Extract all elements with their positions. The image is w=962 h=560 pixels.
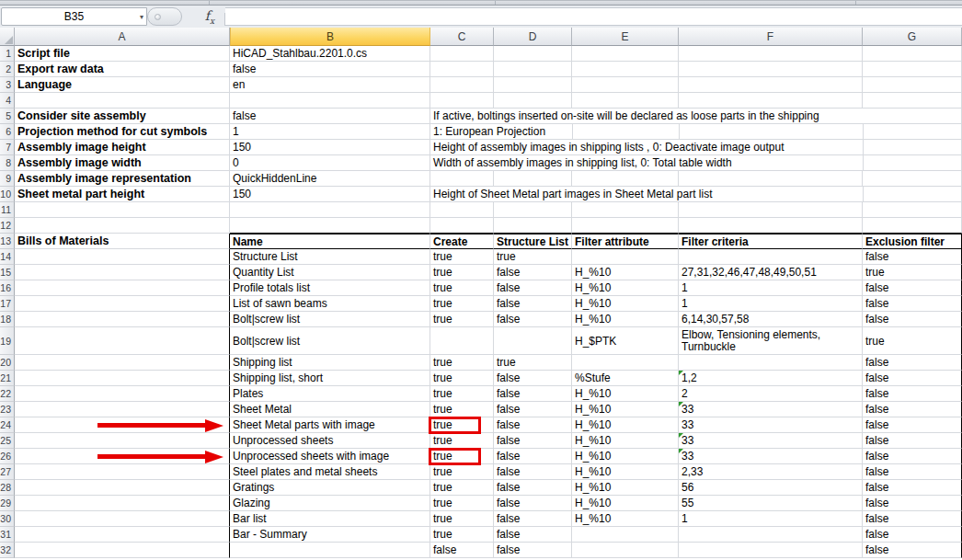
bom-header-exclusion_filter[interactable]: Exclusion filter [863,234,962,249]
cell-F31[interactable] [679,527,863,543]
row-header-3[interactable]: 3 [0,77,15,93]
cell-E23[interactable]: H_%10 [572,402,679,417]
cell-G30[interactable]: false [863,511,962,527]
cell-E20[interactable] [572,355,679,371]
cell-F19[interactable]: Elbow, Tensioning elements, Turnbuckle [679,327,863,355]
cell-B17[interactable]: List of sawn beams [230,296,430,312]
cell-E32[interactable] [572,543,679,558]
cell-C15[interactable]: true [430,265,494,280]
column-header-G[interactable]: G [863,28,962,46]
name-box-splitter[interactable] [147,7,182,26]
cell-A19[interactable] [15,327,230,355]
row-header-9[interactable]: 9 [0,171,15,187]
cell-B4[interactable] [230,93,430,109]
cell-C2[interactable] [430,62,494,77]
cell-C18[interactable]: true [430,312,494,327]
cell-F26[interactable]: 33 [679,449,863,464]
cell-E4[interactable] [572,93,679,109]
cell-F15[interactable]: 27,31,32,46,47,48,49,50,51 [679,265,863,280]
cell-A6[interactable]: Projection method for cut symbols [15,124,230,140]
cell-A14[interactable] [15,249,230,265]
cell-E19[interactable]: H_$PTK [572,327,679,355]
cell-B12[interactable] [230,218,430,234]
cell-G4[interactable] [863,93,962,109]
cell-F16[interactable]: 1 [679,280,863,296]
cell-A12[interactable] [15,218,230,234]
cell-E18[interactable]: H_%10 [572,312,679,327]
column-header-E[interactable]: E [572,28,679,46]
cell-C3[interactable] [430,77,494,93]
cell-F25[interactable]: 33 [679,433,863,449]
cell-B20[interactable]: Shipping list [230,355,430,371]
cell-D18[interactable]: false [494,312,572,327]
cell-D12[interactable] [494,218,572,234]
cell-E28[interactable]: H_%10 [572,480,679,496]
cell-F2[interactable] [679,62,863,77]
cell-A31[interactable] [15,527,230,543]
cell-C6-description[interactable]: 1: European Projection [430,124,962,140]
cell-E22[interactable]: H_%10 [572,386,679,402]
row-header-27[interactable]: 27 [0,464,15,480]
cell-G16[interactable]: false [863,280,962,296]
cell-A16[interactable] [15,280,230,296]
row-header-24[interactable]: 24 [0,417,15,433]
cell-B31[interactable]: Bar - Summary [230,527,430,543]
cell-A17[interactable] [15,296,230,312]
cell-D21[interactable]: false [494,371,572,386]
cell-F30[interactable]: 1 [679,511,863,527]
cell-B8[interactable]: 0 [230,155,430,171]
row-header-23[interactable]: 23 [0,402,15,417]
name-box[interactable]: B35 ▾ [1,7,147,26]
cell-G22[interactable]: false [863,386,962,402]
cell-E26[interactable]: H_%10 [572,449,679,464]
cell-G28[interactable]: false [863,480,962,496]
cell-D1[interactable] [494,46,572,62]
row-header-2[interactable]: 2 [0,62,15,77]
cell-D4[interactable] [494,93,572,109]
cell-F27[interactable]: 2,33 [679,464,863,480]
cell-C9[interactable] [430,171,494,187]
cell-B10[interactable]: 150 [230,187,430,202]
cell-E1[interactable] [572,46,679,62]
cell-F29[interactable]: 55 [679,496,863,511]
row-header-22[interactable]: 22 [0,386,15,402]
cell-G18[interactable]: false [863,312,962,327]
cell-A15[interactable] [15,265,230,280]
row-header-25[interactable]: 25 [0,433,15,449]
cell-F18[interactable]: 6,14,30,57,58 [679,312,863,327]
cell-B27[interactable]: Steel plates and metal sheets [230,464,430,480]
cell-B1[interactable]: HiCAD_Stahlbau.2201.0.cs [230,46,430,62]
cell-E27[interactable]: H_%10 [572,464,679,480]
cell-G24[interactable]: false [863,417,962,433]
cell-A5[interactable]: Consider site assembly [15,109,230,124]
cell-F1[interactable] [679,46,863,62]
cell-G21[interactable]: false [863,371,962,386]
bom-header-create[interactable]: Create [430,234,494,249]
row-header-4[interactable]: 4 [0,93,15,109]
row-header-19[interactable]: 19 [0,327,15,355]
cell-D26[interactable]: false [494,449,572,464]
row-header-16[interactable]: 16 [0,280,15,296]
cell-A7[interactable]: Assembly image height [15,140,230,155]
cell-C7-description[interactable]: Height of assembly images in shipping li… [430,140,962,155]
cell-C8-description[interactable]: Width of assembly images in shipping lis… [430,155,962,171]
cell-A26[interactable] [15,449,230,464]
cell-G11[interactable] [863,202,962,218]
row-header-7[interactable]: 7 [0,140,15,155]
cell-B24[interactable]: Sheet Metal parts with image [230,417,430,433]
cell-A18[interactable] [15,312,230,327]
cell-C14[interactable]: true [430,249,494,265]
cell-D20[interactable]: true [494,355,572,371]
cell-G19[interactable]: true [863,327,962,355]
cell-D9[interactable] [494,171,572,187]
cell-B5[interactable]: false [230,109,430,124]
row-header-12[interactable]: 12 [0,218,15,234]
cell-A24[interactable] [15,417,230,433]
bom-header-structure_list[interactable]: Structure List [494,234,572,249]
cell-A11[interactable] [15,202,230,218]
cell-C24[interactable]: true [430,417,494,433]
row-header-18[interactable]: 18 [0,312,15,327]
cell-E2[interactable] [572,62,679,77]
cell-G3[interactable] [863,77,962,93]
cell-E15[interactable]: H_%10 [572,265,679,280]
